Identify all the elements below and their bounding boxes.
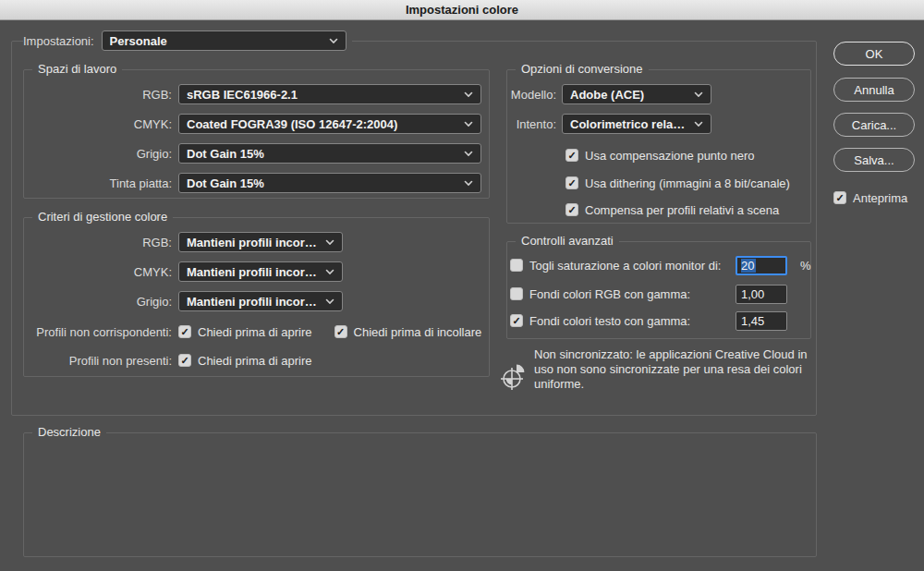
desaturate-monitor-label: Togli saturazione a colori monitor di: [529,259,736,273]
engine-value: Adobe (ACE) [570,88,688,102]
intent-value: Colorimetrico relativo [570,117,688,131]
advanced-controls-legend: Controlli avanzati [516,234,619,248]
mismatch-ask-open-checkbox[interactable] [178,325,191,338]
use-dither-checkbox[interactable] [565,176,578,189]
desaturate-percent-value: 20 [741,259,756,273]
color-management-group: Criteri di gestione colore RGB: Mantieni… [23,217,490,377]
profile-mismatch-label: Profili non corrispondenti: [24,325,172,339]
preview-row: Anteprima [833,188,907,208]
cm-cmyk-select[interactable]: Mantieni profili incorporati [178,261,343,282]
missing-ask-open-checkbox[interactable] [178,354,191,367]
cancel-button[interactable]: Annulla [833,78,915,102]
mismatch-ask-open-label: Chiedi prima di aprire [198,325,312,339]
mismatch-ask-paste-checkbox[interactable] [334,325,347,338]
percent-suffix: % [800,259,811,273]
scene-referred-profiles-label: Compensa per profili relativi a scena [585,203,779,217]
save-button[interactable]: Salva... [833,148,915,172]
color-management-legend: Criteri di gestione colore [32,210,173,224]
chevron-down-icon [694,91,703,98]
ws-rgb-select[interactable]: sRGB IEC61966-2.1 [178,84,481,104]
profile-missing-label: Profili non presenti: [24,354,172,368]
ws-gray-label: Grigio: [24,147,172,161]
advanced-controls-group: Controlli avanzati Togli saturazione a c… [506,241,811,339]
conversion-options-group: Opzioni di conversione Modello: Adobe (A… [506,69,811,224]
settings-row: Impostazioni: Personale [23,30,352,51]
ws-gray-select[interactable]: Dot Gain 15% [178,143,481,164]
preview-label: Anteprima [853,191,907,205]
settings-label: Impostazioni: [23,34,94,48]
blend-text-gamma-input[interactable]: 1,45 [736,311,787,331]
creative-cloud-sync-icon [500,361,528,394]
blend-rgb-gamma-input[interactable]: 1,00 [736,285,787,304]
blend-text-gamma-checkbox[interactable] [510,314,523,327]
settings-preset-value: Personale [110,34,323,48]
engine-select[interactable]: Adobe (ACE) [562,84,711,104]
load-button[interactable]: Carica... [833,113,915,137]
sync-note-text: Non sincronizzato: le applicazioni Creat… [534,347,811,392]
chevron-down-icon [325,298,334,305]
ws-cmyk-value: Coated FOGRA39 (ISO 12647-2:2004) [187,117,458,131]
black-point-compensation-checkbox[interactable] [565,149,578,162]
ws-rgb-label: RGB: [24,88,172,102]
settings-preset-select[interactable]: Personale [102,30,346,51]
cm-gray-select[interactable]: Mantieni profili incorporati [178,291,343,311]
cm-cmyk-value: Mantieni profili incorporati [187,265,320,279]
missing-ask-open-label: Chiedi prima di aprire [198,354,312,368]
black-point-compensation-label: Usa compensazione punto nero [585,149,755,163]
ws-cmyk-label: CMYK: [24,117,172,131]
titlebar: Impostazioni colore [0,0,924,20]
ws-spot-select[interactable]: Dot Gain 15% [178,173,481,193]
desaturate-percent-input[interactable]: 20 [736,256,787,275]
cm-rgb-label: RGB: [24,236,172,249]
ok-button[interactable]: OK [833,42,915,66]
ws-spot-value: Dot Gain 15% [187,176,458,190]
cm-cmyk-label: CMYK: [24,265,172,279]
blend-text-gamma-label: Fondi colori testo con gamma: [529,314,736,328]
ws-rgb-value: sRGB IEC61966-2.1 [187,88,458,102]
chevron-down-icon [464,151,473,157]
window-title: Impostazioni colore [406,3,518,17]
preview-checkbox[interactable] [833,191,846,204]
chevron-down-icon [329,38,338,44]
ws-cmyk-select[interactable]: Coated FOGRA39 (ISO 12647-2:2004) [178,114,481,134]
intent-select[interactable]: Colorimetrico relativo [562,114,711,134]
blend-text-gamma-value: 1,45 [741,314,764,328]
cm-rgb-select[interactable]: Mantieni profili incorporati [178,232,343,252]
blend-rgb-gamma-value: 1,00 [741,287,764,301]
intent-label: Intento: [507,117,556,131]
chevron-down-icon [325,269,334,275]
use-dither-label: Usa dithering (immagini a 8 bit/canale) [585,176,790,190]
working-spaces-group: Spazi di lavoro RGB: sRGB IEC61966-2.1 C… [23,69,490,199]
cm-rgb-value: Mantieni profili incorporati [187,236,320,249]
scene-referred-profiles-checkbox[interactable] [565,203,578,216]
conversion-options-legend: Opzioni di conversione [516,62,649,76]
ws-gray-value: Dot Gain 15% [187,147,458,161]
engine-label: Modello: [507,88,556,102]
ws-spot-label: Tinta piatta: [24,176,172,190]
blend-rgb-gamma-label: Fondi colori RGB con gamma: [529,287,736,301]
description-group: Descrizione [23,432,817,557]
chevron-down-icon [464,121,473,128]
blend-rgb-gamma-checkbox[interactable] [510,287,523,300]
mismatch-ask-paste-label: Chiedi prima di incollare [354,325,482,339]
chevron-down-icon [694,121,703,128]
working-spaces-legend: Spazi di lavoro [32,62,122,76]
cm-gray-value: Mantieni profili incorporati [187,295,320,309]
chevron-down-icon [325,239,334,246]
chevron-down-icon [464,91,473,98]
chevron-down-icon [464,180,473,187]
color-settings-dialog: Impostazioni colore Impostazioni: Person… [0,0,924,571]
cm-gray-label: Grigio: [24,295,172,309]
desaturate-monitor-checkbox[interactable] [510,259,523,272]
description-legend: Descrizione [32,425,106,439]
